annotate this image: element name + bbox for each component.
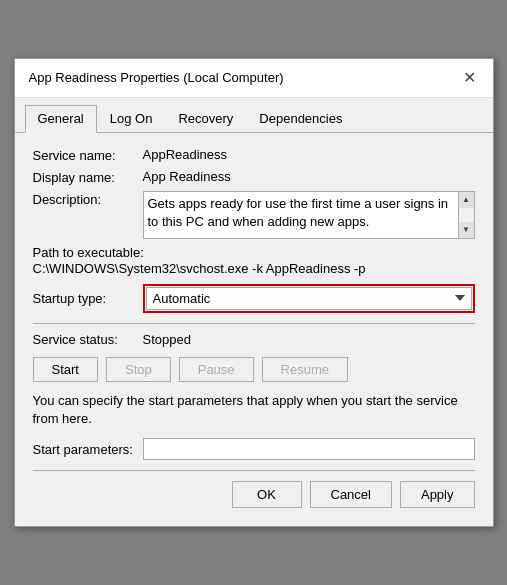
tab-dependencies[interactable]: Dependencies [246, 105, 355, 133]
tab-bar: General Log On Recovery Dependencies [15, 98, 493, 133]
path-row: Path to executable: C:\WINDOWS\System32\… [33, 245, 475, 276]
path-label: Path to executable: [33, 245, 475, 260]
service-name-value: AppReadiness [143, 147, 475, 162]
start-params-row: Start parameters: [33, 438, 475, 460]
ok-button[interactable]: OK [232, 481, 302, 508]
startup-type-select-wrap: Automatic Automatic (Delayed Start) Manu… [143, 284, 475, 313]
stop-button[interactable]: Stop [106, 357, 171, 382]
scroll-up-button[interactable]: ▲ [459, 192, 474, 208]
apply-button[interactable]: Apply [400, 481, 475, 508]
startup-type-label: Startup type: [33, 290, 143, 306]
divider-1 [33, 323, 475, 324]
service-status-label: Service status: [33, 332, 143, 347]
start-params-input[interactable] [143, 438, 475, 460]
bottom-divider [33, 470, 475, 471]
start-params-label: Start parameters: [33, 442, 143, 457]
startup-type-row: Startup type: Automatic Automatic (Delay… [33, 284, 475, 313]
tab-general[interactable]: General [25, 105, 97, 133]
description-row: Description: Gets apps ready for use the… [33, 191, 475, 239]
description-scrollbar[interactable]: ▲ ▼ [459, 191, 475, 239]
close-button[interactable]: ✕ [459, 67, 481, 89]
resume-button[interactable]: Resume [262, 357, 348, 382]
action-buttons: OK Cancel Apply [33, 481, 475, 514]
display-name-value: App Readiness [143, 169, 475, 184]
service-status-value: Stopped [143, 332, 191, 347]
tab-recovery[interactable]: Recovery [165, 105, 246, 133]
dialog-title: App Readiness Properties (Local Computer… [29, 70, 284, 85]
tab-logon[interactable]: Log On [97, 105, 166, 133]
info-text: You can specify the start parameters tha… [33, 392, 475, 428]
start-button[interactable]: Start [33, 357, 98, 382]
service-name-label: Service name: [33, 147, 143, 163]
tab-content: Service name: AppReadiness Display name:… [15, 133, 493, 526]
cancel-button[interactable]: Cancel [310, 481, 392, 508]
service-status-row: Service status: Stopped [33, 332, 475, 347]
description-box: Gets apps ready for use the first time a… [143, 191, 475, 239]
display-name-label: Display name: [33, 169, 143, 185]
startup-type-select[interactable]: Automatic Automatic (Delayed Start) Manu… [146, 287, 472, 310]
pause-button[interactable]: Pause [179, 357, 254, 382]
description-text: Gets apps ready for use the first time a… [143, 191, 459, 239]
dialog-window: App Readiness Properties (Local Computer… [14, 58, 494, 527]
path-value: C:\WINDOWS\System32\svchost.exe -k AppRe… [33, 261, 475, 276]
scroll-down-button[interactable]: ▼ [459, 222, 474, 238]
description-label: Description: [33, 191, 143, 207]
title-bar: App Readiness Properties (Local Computer… [15, 59, 493, 98]
display-name-row: Display name: App Readiness [33, 169, 475, 185]
service-control-buttons: Start Stop Pause Resume [33, 357, 475, 382]
service-name-row: Service name: AppReadiness [33, 147, 475, 163]
